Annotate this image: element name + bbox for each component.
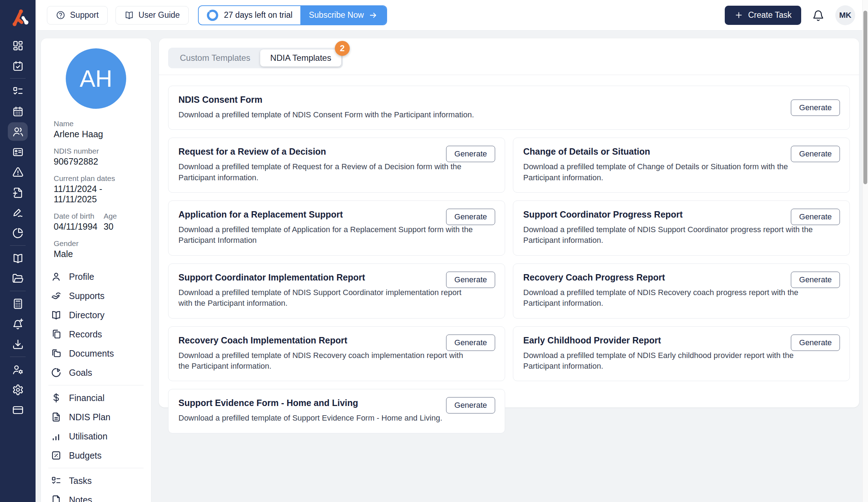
rail-item-folder[interactable]: [8, 269, 28, 288]
rail-item-alert[interactable]: [8, 163, 28, 181]
generate-button[interactable]: Generate: [446, 397, 495, 413]
topbar-right-cluster: Create Task MK: [725, 5, 855, 25]
template-card-x: Support Evidence Form - Home and Living …: [168, 389, 505, 433]
rail-item-dashboard[interactable]: [8, 36, 28, 55]
user-icon: [51, 271, 61, 282]
rail-item-settings[interactable]: [8, 380, 28, 399]
tab-ndia-templates[interactable]: NDIA Templates 2: [260, 49, 341, 66]
nav-item-tasks[interactable]: Tasks: [45, 471, 146, 490]
create-task-button[interactable]: Create Task: [725, 6, 801, 25]
nav-item-goals[interactable]: Goals: [45, 363, 146, 382]
goals-icon: [51, 367, 61, 378]
nav-item-records[interactable]: Records: [45, 325, 146, 344]
subscribe-now-button[interactable]: Subscribe Now: [300, 6, 386, 25]
generate-button[interactable]: Generate: [791, 100, 840, 116]
ndis-plan-icon: [51, 412, 61, 422]
template-card-x: Recovery Coach Implementation Report Dow…: [168, 326, 505, 381]
nav-item-label: Documents: [69, 348, 114, 359]
generate-button[interactable]: Generate: [791, 272, 840, 288]
divider: [48, 468, 144, 468]
rail-item-users[interactable]: [8, 122, 28, 141]
nav-item-documents[interactable]: Documents: [45, 344, 146, 363]
template-description: Download a prefilled template of Change …: [523, 161, 818, 183]
rail-item-file-plus[interactable]: [8, 183, 28, 202]
plus-icon: [734, 11, 743, 20]
app-logo-icon[interactable]: [7, 6, 29, 29]
generate-button[interactable]: Generate: [446, 272, 495, 288]
dob-age-row: Date of birth 04/11/1994 Age 30: [54, 212, 138, 239]
rail-item-download[interactable]: [8, 335, 28, 353]
nav-item-notes[interactable]: Notes: [45, 490, 146, 502]
nav-item-label: Tasks: [69, 476, 92, 486]
templates-panel: Custom Templates NDIA Templates 2 NDIS C…: [159, 38, 859, 407]
nav-item-label: Profile: [69, 272, 94, 282]
generate-button[interactable]: Generate: [791, 209, 840, 225]
participant-initials: AH: [80, 65, 112, 92]
trial-progress-ring-icon: [207, 9, 219, 21]
rail-item-card[interactable]: [8, 401, 28, 419]
nav-item-label: Directory: [69, 310, 105, 320]
download-icon: [12, 338, 24, 350]
nav-item-budgets[interactable]: Budgets: [45, 446, 146, 465]
gender-value: Male: [54, 249, 138, 259]
support-label: Support: [70, 10, 99, 20]
participant-nav: Profile Supports Directory Re: [41, 267, 151, 502]
rail-item-calendar-check[interactable]: [8, 57, 28, 75]
bell-plus-icon: [12, 318, 24, 330]
id-card-icon: [12, 146, 24, 158]
nav-item-ndis-plan[interactable]: NDIS Plan: [45, 407, 146, 427]
template-description: Download a prefilled template of NDIS Re…: [523, 287, 818, 309]
rail-item-signature[interactable]: [8, 203, 28, 222]
annotation-badge-2: 2: [335, 41, 350, 56]
pie-icon: [12, 227, 24, 239]
rail-item-id-card[interactable]: [8, 143, 28, 161]
user-guide-button[interactable]: User Guide: [116, 6, 189, 25]
tab-custom-templates[interactable]: Custom Templates: [170, 49, 260, 66]
rail-item-calculator[interactable]: [8, 294, 28, 313]
nav-item-utilisation[interactable]: Utilisation: [45, 427, 146, 446]
nav-item-supports[interactable]: Supports: [45, 286, 146, 305]
scrollbar-thumb[interactable]: [863, 11, 867, 184]
template-cards-grid: NDIS Consent Form Download a prefilled t…: [168, 86, 850, 433]
dob-label: Date of birth: [54, 212, 103, 220]
records-icon: [51, 329, 61, 340]
nav-item-directory[interactable]: Directory: [45, 305, 146, 325]
support-button[interactable]: Support: [47, 6, 108, 25]
rail-item-book[interactable]: [8, 249, 28, 267]
rail-items: [0, 36, 36, 419]
rail-item-user-cog[interactable]: [8, 360, 28, 379]
template-description: Download a prefilled template of NDIS Co…: [178, 110, 840, 120]
rail-item-pie[interactable]: [8, 224, 28, 242]
participant-panel: AH Name Arlene Haag NDIS number 90679288…: [41, 38, 151, 502]
generate-button[interactable]: Generate: [446, 146, 495, 162]
template-card-x: Request for a Review of a Decision Downl…: [168, 138, 505, 193]
divider: [10, 245, 26, 246]
nav-item-label: NDIS Plan: [69, 412, 111, 422]
users-icon: [12, 126, 24, 138]
book-icon: [12, 252, 24, 264]
signature-icon: [12, 207, 24, 219]
rail-item-calendar[interactable]: [8, 102, 28, 121]
tab-label: Custom Templates: [180, 53, 250, 63]
rail-item-bell-plus[interactable]: [8, 315, 28, 333]
template-card-x: Recovery Coach Progress Report Download …: [513, 263, 850, 319]
user-avatar[interactable]: MK: [835, 5, 855, 25]
gender-label: Gender: [54, 239, 138, 248]
generate-button[interactable]: Generate: [446, 209, 495, 225]
dob-value: 04/11/1994: [54, 221, 103, 232]
rail-item-tasks[interactable]: [8, 82, 28, 100]
trial-days-text: 27 days left on trial: [224, 10, 293, 20]
generate-button[interactable]: Generate: [791, 335, 840, 351]
nav-item-financial[interactable]: Financial: [45, 388, 146, 407]
nav-item-profile[interactable]: Profile: [45, 267, 146, 286]
name-label: Name: [54, 119, 138, 128]
generate-button[interactable]: Generate: [446, 335, 495, 351]
templates-tabs: Custom Templates NDIA Templates 2: [168, 48, 343, 68]
name-value: Arlene Haag: [54, 129, 138, 139]
template-description: Download a prefilled template of Support…: [178, 413, 473, 423]
user-guide-label: User Guide: [139, 10, 180, 20]
nav-item-label: Supports: [69, 291, 105, 301]
generate-button[interactable]: Generate: [791, 146, 840, 162]
notifications-button[interactable]: [812, 9, 825, 22]
template-description: Download a prefilled template of NDIS Su…: [178, 287, 473, 309]
